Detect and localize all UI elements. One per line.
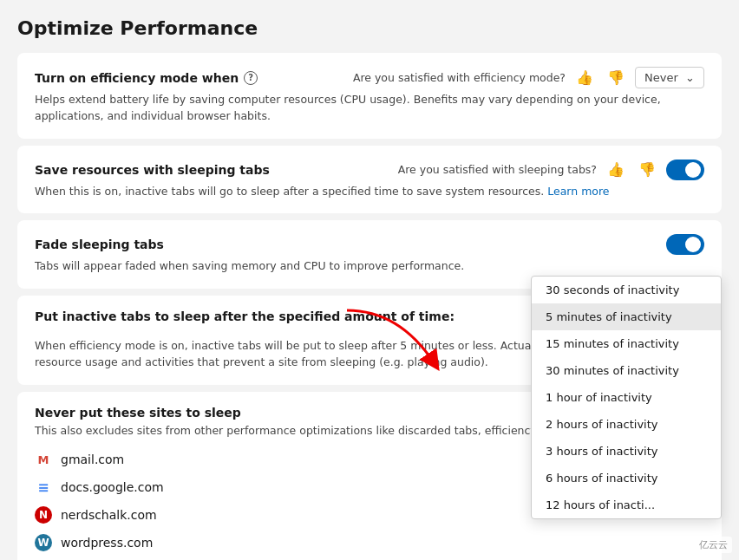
fade-sleeping-title: Fade sleeping tabs: [35, 238, 164, 251]
efficiency-help-icon[interactable]: ?: [244, 71, 258, 85]
dropdown-option-4[interactable]: 1 hour of inactivity: [532, 384, 721, 411]
sleeping-tabs-desc: When this is on, inactive tabs will go t…: [35, 184, 704, 200]
page-title: Optimize Performance: [17, 17, 722, 39]
sleeping-tabs-card: Save resources with sleeping tabs Are yo…: [17, 146, 722, 214]
dropdown-option-8[interactable]: 12 hours of inacti...: [532, 492, 721, 518]
site-name: nerdschalk.com: [61, 508, 157, 522]
efficiency-thumbup-button[interactable]: 👍: [572, 68, 597, 88]
dropdown-option-0[interactable]: 30 seconds of inactivity: [532, 277, 721, 303]
sleeping-tabs-thumbdown-button[interactable]: 👎: [635, 160, 659, 179]
docs-icon: ≡: [35, 479, 52, 496]
list-item: W wordpress.com: [35, 529, 704, 557]
efficiency-dropdown-chevron-icon: ⌄: [685, 71, 695, 84]
never-sleep-title: Never put these sites to sleep: [35, 406, 241, 420]
dropdown-option-1[interactable]: 5 minutes of inactivity: [532, 303, 721, 330]
sleep-time-title: Put inactive tabs to sleep after the spe…: [35, 309, 455, 323]
efficiency-never-dropdown[interactable]: Never ⌄: [635, 67, 704, 88]
sleeping-tabs-learn-more-link[interactable]: Learn more: [547, 185, 609, 198]
dropdown-option-6[interactable]: 3 hours of inactivity: [532, 438, 721, 465]
sleep-time-dropdown-menu: 30 seconds of inactivity 5 minutes of in…: [531, 276, 722, 519]
wordpress-icon: W: [35, 534, 52, 551]
efficiency-desc: Helps extend battery life by saving comp…: [35, 92, 704, 125]
dropdown-option-2[interactable]: 15 minutes of inactivity: [532, 330, 721, 357]
dropdown-option-3[interactable]: 30 minutes of inactivity: [532, 357, 721, 384]
efficiency-mode-card: Turn on efficiency mode when ? Are you s…: [17, 53, 722, 139]
site-name: docs.google.com: [61, 480, 164, 494]
site-name: wordpress.com: [61, 536, 153, 550]
efficiency-title: Turn on efficiency mode when: [35, 71, 239, 85]
fade-sleeping-desc: Tabs will appear faded when saving memor…: [35, 258, 704, 275]
dropdown-option-7[interactable]: 6 hours of inactivity: [532, 465, 721, 492]
efficiency-dropdown-label: Never: [644, 71, 678, 84]
gmail-icon: M: [35, 451, 52, 468]
site-name: gmail.com: [61, 453, 124, 466]
efficiency-thumbdown-button[interactable]: 👎: [604, 68, 628, 88]
sleeping-tabs-title: Save resources with sleeping tabs: [35, 163, 270, 177]
sleeping-tabs-toggle[interactable]: [666, 160, 704, 180]
watermark: 亿云云: [695, 537, 732, 553]
sleeping-tabs-thumbup-button[interactable]: 👍: [604, 160, 628, 179]
fade-sleeping-toggle[interactable]: [666, 234, 704, 255]
dropdown-option-5[interactable]: 2 hours of inactivity: [532, 411, 721, 438]
nerd-icon: N: [35, 506, 52, 524]
sleeping-tabs-satisfaction-label: Are you satisfied with sleeping tabs?: [398, 163, 597, 176]
efficiency-satisfaction-label: Are you satisfied with efficiency mode?: [353, 71, 566, 84]
